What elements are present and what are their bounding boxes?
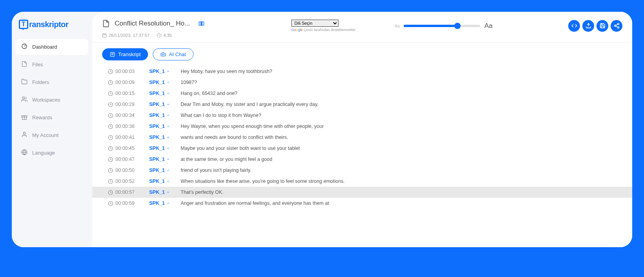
chevron-down-icon — [166, 91, 170, 95]
tab-transcript[interactable]: Transkript — [102, 48, 148, 60]
sidebar-item-language[interactable]: Language — [16, 145, 88, 161]
speaker-dropdown[interactable]: SPK_1 — [149, 179, 173, 184]
svg-rect-24 — [161, 53, 165, 56]
sidebar-item-folders[interactable]: Folders — [16, 74, 88, 90]
transcript-row[interactable]: 00:00:45 SPK_1 Maybe you and your sister… — [92, 143, 632, 154]
sidebar-item-my-account[interactable]: My Account — [16, 127, 88, 143]
clock-icon — [108, 135, 113, 140]
transcript-text[interactable]: Hey Moby, have you seen my toothbrush? — [181, 69, 622, 74]
tabs: Transkript AI Chat — [92, 43, 632, 66]
transcript-row[interactable]: 00:00:59 SPK_1 Anger and frustration are… — [92, 198, 632, 209]
transcript-row[interactable]: 00:00:47 SPK_1 at the same time, or you … — [92, 154, 632, 165]
rename-icon[interactable] — [198, 20, 205, 27]
page-title: Conflict Resolution_ Ho... — [115, 20, 190, 27]
transcript-row[interactable]: 00:00:57 SPK_1 That's perfectly OK. — [92, 187, 632, 198]
speaker-dropdown[interactable]: SPK_1 — [149, 135, 173, 140]
clock-icon — [108, 146, 113, 151]
speaker-dropdown[interactable]: SPK_1 — [149, 168, 173, 173]
speaker-dropdown[interactable]: SPK_1 — [149, 200, 173, 206]
row-timestamp: 00:00:03 — [108, 69, 141, 74]
ai-chat-icon — [160, 51, 166, 57]
calendar-icon — [102, 33, 107, 38]
transcript-text[interactable]: Hang on, 65432 and one? — [181, 91, 622, 96]
transcript-text[interactable]: When situations like these arise, you're… — [181, 179, 622, 184]
chevron-down-icon — [166, 157, 170, 161]
sidebar-item-rewards[interactable]: Rewards — [16, 109, 88, 126]
timestamp-text: 00:00:41 — [115, 135, 135, 140]
speaker-dropdown[interactable]: SPK_1 — [149, 69, 173, 74]
clock-icon — [108, 113, 113, 118]
transcript-row[interactable]: 00:00:34 SPK_1 What can I do to stop it … — [92, 110, 632, 121]
transcript-text[interactable]: friend of yours isn't playing fairly. — [181, 168, 622, 173]
svg-point-1 — [22, 97, 24, 99]
transcript-row[interactable]: 00:00:15 SPK_1 Hang on, 65432 and one? — [92, 88, 632, 99]
transcript-row[interactable]: 00:00:38 SPK_1 Hey Wayne, when you spend… — [92, 121, 632, 132]
embed-button[interactable] — [568, 20, 580, 32]
transcript-icon — [110, 51, 115, 57]
sidebar-item-files[interactable]: Files — [16, 56, 88, 73]
svg-point-16 — [617, 23, 619, 25]
row-timestamp: 00:00:57 — [108, 190, 141, 195]
speaker-dropdown[interactable]: SPK_1 — [149, 124, 173, 129]
font-slider-thumb[interactable] — [454, 23, 461, 29]
speaker-dropdown[interactable]: SPK_1 — [149, 80, 173, 85]
header-title-row: Conflict Resolution_ Ho... — [102, 20, 205, 27]
timestamp-text: 00:00:15 — [115, 91, 135, 96]
transcript-row[interactable]: 00:00:09 SPK_1 10987? — [92, 77, 632, 88]
timestamp-text: 00:00:38 — [115, 124, 135, 129]
chevron-down-icon — [166, 179, 170, 183]
speaker-dropdown[interactable]: SPK_1 — [149, 113, 173, 118]
app-shell: T ranskriptor DashboardFilesFoldersWorks… — [12, 12, 632, 247]
transcript-text[interactable]: at the same time, or you might feel a go… — [181, 157, 622, 162]
speaker-dropdown[interactable]: SPK_1 — [149, 102, 173, 107]
chevron-down-icon — [166, 124, 170, 128]
sidebar-item-workspaces[interactable]: Workspaces — [16, 92, 88, 108]
speaker-label: SPK_1 — [149, 146, 165, 151]
transcript-row[interactable]: 00:00:50 SPK_1 friend of yours isn't pla… — [92, 165, 632, 176]
speaker-dropdown[interactable]: SPK_1 — [149, 190, 173, 195]
code-icon — [571, 23, 577, 29]
meta-row: 26/11/2023, 17:37:57 4:35 — [102, 33, 205, 38]
transcript-text[interactable]: That's perfectly OK. — [181, 190, 622, 195]
clock-icon — [157, 33, 161, 38]
timestamp-text: 00:00:59 — [115, 200, 135, 206]
transcript-text[interactable]: Dear Tim and Moby, my sister and I argue… — [181, 102, 622, 107]
folder-icon — [21, 78, 27, 86]
transcript-text[interactable]: Maybe you and your sister both want to u… — [181, 146, 622, 151]
tab-transcript-label: Transkript — [118, 51, 141, 57]
header-actions — [568, 20, 622, 32]
speaker-dropdown[interactable]: SPK_1 — [149, 146, 173, 151]
chevron-down-icon — [166, 135, 170, 139]
chevron-down-icon — [166, 190, 170, 194]
language-select[interactable]: Dili Seçin — [291, 20, 338, 27]
svg-point-17 — [614, 25, 616, 27]
save-button[interactable] — [596, 20, 608, 32]
speaker-dropdown[interactable]: SPK_1 — [149, 91, 173, 96]
transcript-text[interactable]: Anger and frustration are normal feeling… — [181, 200, 622, 206]
transcript-row[interactable]: 00:00:03 SPK_1 Hey Moby, have you seen m… — [92, 66, 632, 77]
tab-aichat[interactable]: AI Chat — [153, 48, 193, 60]
transcript-text[interactable]: 10987? — [181, 80, 622, 85]
language-note-text: Çeviri tarafından desteklenmekte — [304, 28, 355, 32]
transcript-row[interactable]: 00:00:52 SPK_1 When situations like thes… — [92, 176, 632, 187]
export-button[interactable] — [582, 20, 594, 32]
sidebar-item-dashboard[interactable]: Dashboard — [16, 39, 88, 55]
svg-rect-8 — [202, 22, 204, 26]
transcript-text[interactable]: wants and needs are bound to conflict wi… — [181, 135, 622, 140]
sidebar-item-label: Files — [32, 62, 43, 67]
speaker-label: SPK_1 — [149, 80, 165, 85]
transcript-text[interactable]: Hey Wayne, when you spend enough time wi… — [181, 124, 622, 129]
svg-point-26 — [164, 55, 164, 55]
transcript-row[interactable]: 00:00:41 SPK_1 wants and needs are bound… — [92, 132, 632, 143]
clock-icon — [108, 201, 113, 206]
speaker-dropdown[interactable]: SPK_1 — [149, 157, 173, 162]
transcript-row[interactable]: 00:00:29 SPK_1 Dear Tim and Moby, my sis… — [92, 99, 632, 110]
transcript-text[interactable]: What can I do to stop it from Wayne? — [181, 113, 622, 118]
font-slider[interactable] — [404, 25, 480, 27]
font-size-control: Aa Aa — [395, 22, 492, 30]
speaker-label: SPK_1 — [149, 124, 165, 129]
chevron-down-icon — [166, 80, 170, 84]
logo[interactable]: T ranskriptor — [16, 20, 88, 29]
sidebar: T ranskriptor DashboardFilesFoldersWorks… — [12, 12, 92, 247]
share-button[interactable] — [611, 20, 622, 32]
